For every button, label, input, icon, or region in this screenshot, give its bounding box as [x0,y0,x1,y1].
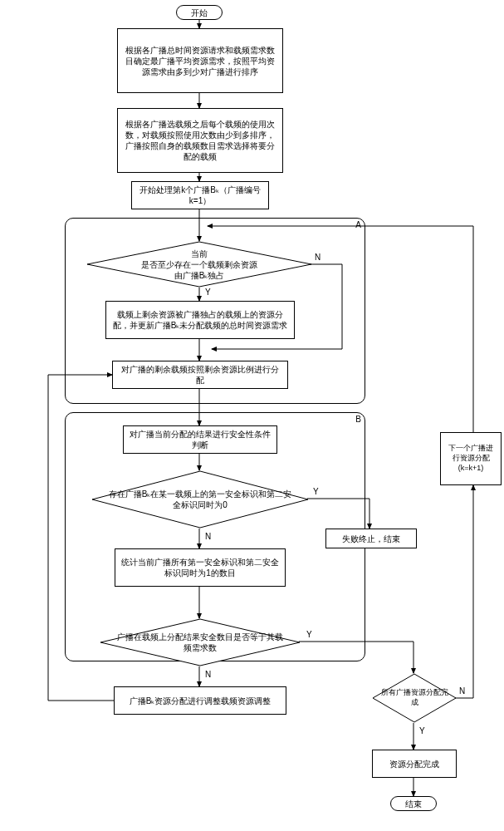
terminal-end-label: 结束 [405,799,422,809]
decision-safe-equal: 广播在载频上分配结果安全数目是否等于其载频需求数 [100,618,301,666]
label-d4-Y: Y [418,726,426,735]
step-adjust-alloc: 广播Bₖ资源分配进行调整载频资源调整 [114,686,286,715]
label-d2-N: N [204,532,212,541]
step-sort-broadcasts: 根据各广播总时间资源请求和载频需求数目确定最广播平均资源需求，按照平均资源需求由… [117,28,283,93]
decision-exclusive-carrier-text: 当前 是否至少存在一个载频剩余资源 由广播Bₖ独占 [126,248,272,281]
terminal-end: 结束 [390,796,437,811]
step-sort-carriers-text: 根据各广播选载频之后每个载频的使用次数，对载频按照使用次数由少到多排序，广播按照… [123,119,277,162]
step-adjust-alloc-text: 广播Bₖ资源分配进行调整载频资源调整 [130,696,272,706]
step-process-k-text: 开始处理第k个广播Bₖ（广播编号k=1） [137,184,263,206]
step-next-broadcast: 下一个广播进行资源分配(k=k+1) [440,432,502,485]
decision-all-done-text: 所有广播资源分配完成 [372,688,457,707]
decision-all-done: 所有广播资源分配完成 [372,673,457,723]
label-d2-Y: Y [312,487,320,496]
step-exclusive-alloc: 载频上剩余资源被广播独占的载频上的资源分配，并更新广播Bₖ未分配载频的总时间资源… [105,301,295,339]
step-complete: 资源分配完成 [372,750,457,778]
decision-exclusive-carrier: 当前 是否至少存在一个载频剩余资源 由广播Bₖ独占 [86,241,312,288]
step-exclusive-alloc-text: 载频上剩余资源被广播独占的载频上的资源分配，并更新广播Bₖ未分配载频的总时间资源… [111,309,289,331]
decision-both-zero: 存在广播Bₖ在某一载频上的第一安全标识和第二安全标识同时为0 [91,470,309,529]
step-process-k: 开始处理第k个广播Bₖ（广播编号k=1） [131,181,269,209]
step-count-safe: 统计当前广播所有第一安全标识和第二安全标识同时为1的数目 [115,548,286,587]
step-fail-end-text: 失败终止，结束 [342,534,400,544]
label-d1-N: N [314,253,321,262]
step-safety-check: 对广播当前分配的结果进行安全性条件判断 [123,425,277,454]
label-d1-Y: Y [204,288,212,297]
step-fail-end: 失败终止，结束 [325,529,417,548]
decision-safe-equal-text: 广播在载频上分配结果安全数目是否等于其载频需求数 [100,632,301,653]
step-proportional-alloc: 对广播的剩余载频按照剩余资源比例进行分配 [112,361,288,389]
step-sort-broadcasts-text: 根据各广播总时间资源请求和载频需求数目确定最广播平均资源需求，按照平均资源需求由… [123,45,277,77]
label-d3-Y: Y [306,630,313,639]
terminal-start-label: 开始 [191,7,208,18]
group-B-label: B [355,415,361,424]
decision-both-zero-text: 存在广播Bₖ在某一载频上的第一安全标识和第二安全标识同时为0 [91,489,309,510]
step-safety-check-text: 对广播当前分配的结果进行安全性条件判断 [129,429,272,450]
step-count-safe-text: 统计当前广播所有第一安全标识和第二安全标识同时为1的数目 [120,557,280,578]
label-d3-N: N [204,670,212,679]
step-complete-text: 资源分配完成 [389,759,439,770]
step-sort-carriers: 根据各广播选载频之后每个载频的使用次数，对载频按照使用次数由少到多排序，广播按照… [117,108,283,173]
step-proportional-alloc-text: 对广播的剩余载频按照剩余资源比例进行分配 [118,364,282,386]
step-next-broadcast-text: 下一个广播进行资源分配(k=k+1) [446,444,496,473]
label-d4-N: N [458,686,466,696]
group-A-label: A [355,220,361,229]
terminal-start: 开始 [176,5,223,20]
